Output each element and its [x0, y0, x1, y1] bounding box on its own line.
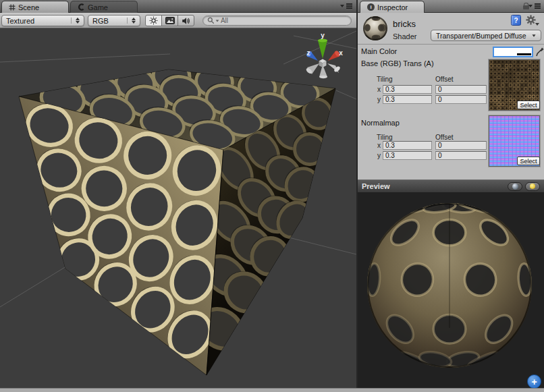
normal-tiling-label: Tiling [377, 134, 393, 141]
color-channels-dropdown[interactable]: RGB [88, 15, 140, 26]
base-texture-select-button[interactable]: Select [517, 101, 540, 109]
base-y-row-label: y [377, 96, 381, 103]
base-texture-thumbnail[interactable]: Select [489, 59, 540, 111]
eyedropper-icon[interactable] [535, 46, 544, 57]
normal-offset-label: Offset [435, 134, 454, 141]
normal-y-row-label: y [377, 152, 381, 159]
material-preview-ball-icon [361, 14, 389, 43]
dropdown-caret-icon [532, 34, 535, 36]
shader-label: Shader [393, 32, 416, 40]
scene-search-field[interactable] [202, 16, 352, 26]
inspector-panel-menu-icon[interactable] [528, 3, 541, 9]
preview-header[interactable]: Preview [358, 179, 544, 193]
base-offset-x-input[interactable] [435, 85, 487, 94]
preview-lighting-toggle-button[interactable] [525, 182, 540, 191]
base-tiling-x-input[interactable] [383, 85, 432, 94]
color-channels-value: RGB [92, 17, 109, 25]
scene-skybox-toggle[interactable] [161, 15, 178, 26]
preview-zoom-plus-button[interactable]: + [527, 374, 541, 388]
render-mode-value: Textured [6, 17, 34, 25]
normal-offset-x-input[interactable] [435, 141, 487, 150]
alpha-bar [517, 53, 531, 55]
normal-texture-select-button[interactable]: Select [517, 157, 540, 165]
normal-tiling-x-input[interactable] [383, 141, 432, 150]
tab-game-label: Game [88, 3, 108, 11]
info-icon: i [367, 3, 375, 11]
base-offset-label: Offset [435, 76, 454, 83]
scene-lighting-toggle[interactable] [145, 15, 162, 26]
gizmo-y-label: y [321, 32, 325, 39]
inspector-panel: i Inspector bricks Shader Transparent/Bu… [358, 0, 544, 388]
gear-icon [526, 15, 536, 25]
scene-viewport[interactable]: y x z [0, 28, 356, 388]
material-header: bricks Shader Transparent/Bumped Diffuse… [358, 13, 544, 45]
normal-offset-y-input[interactable] [435, 151, 487, 160]
scene-panel: Scene Game Textured RGB [0, 0, 356, 388]
inspector-tabstrip: i Inspector [358, 0, 544, 13]
main-color-label: Main Color [361, 47, 397, 55]
help-book-icon[interactable]: ? [511, 15, 521, 26]
preview-mesh-toggle-button[interactable] [508, 182, 522, 191]
tab-scene-label: Scene [18, 3, 39, 11]
render-mode-dropdown[interactable]: Textured [1, 15, 84, 26]
normal-x-row-label: x [377, 142, 381, 149]
scene-panel-menu-icon[interactable] [340, 3, 352, 9]
normal-tiling-y-input[interactable] [383, 151, 432, 160]
game-icon [78, 3, 85, 11]
base-offset-y-input[interactable] [435, 95, 487, 104]
image-icon [165, 17, 175, 24]
tab-inspector[interactable]: i Inspector [360, 1, 425, 13]
gizmo-y-axis-cone[interactable] [318, 40, 327, 59]
scene-tabstrip: Scene Game [0, 0, 356, 13]
sun-icon [149, 16, 158, 25]
preview-sphere [358, 193, 544, 388]
updown-arrows-icon [127, 18, 136, 24]
tab-scene[interactable]: Scene [1, 1, 69, 13]
base-tiling-y-input[interactable] [383, 95, 432, 104]
status-bar [0, 388, 544, 392]
gizmo-z-label: z [307, 49, 310, 57]
material-properties: Main Color Base (RGB) Trans (A) Select T… [358, 45, 544, 179]
shader-value: Transparent/Bumped Diffuse [436, 32, 526, 40]
search-input[interactable] [221, 17, 347, 24]
search-filter-caret-icon[interactable] [216, 20, 219, 22]
shader-dropdown[interactable]: Transparent/Bumped Diffuse [431, 30, 541, 41]
search-icon [207, 17, 214, 24]
base-tiling-label: Tiling [377, 76, 393, 83]
base-map-label: Base (RGB) Trans (A) [361, 59, 434, 67]
updown-arrows-icon [71, 18, 80, 24]
gear-caret-icon [535, 23, 539, 26]
scene-orientation-gizmo[interactable]: y x z [300, 30, 354, 84]
preview-title: Preview [362, 182, 390, 190]
scene-toolbar: Textured RGB [0, 13, 356, 28]
tab-game[interactable]: Game [70, 1, 138, 13]
normal-texture-thumbnail[interactable]: Select [489, 115, 540, 167]
scene-grid-icon [9, 4, 16, 11]
gizmo-x-label: x [339, 49, 343, 57]
base-x-row-label: x [377, 86, 381, 93]
scene-audio-toggle[interactable] [178, 15, 194, 26]
gear-menu-button[interactable] [526, 15, 539, 26]
material-preview-area[interactable]: + [358, 193, 544, 388]
normal-map-label: Normalmap [361, 119, 400, 127]
light-icon [530, 184, 535, 189]
main-color-swatch[interactable] [493, 47, 533, 57]
sphere-icon [512, 184, 518, 190]
tab-inspector-label: Inspector [377, 3, 408, 11]
material-name: bricks [393, 19, 416, 29]
speaker-icon [182, 17, 190, 25]
